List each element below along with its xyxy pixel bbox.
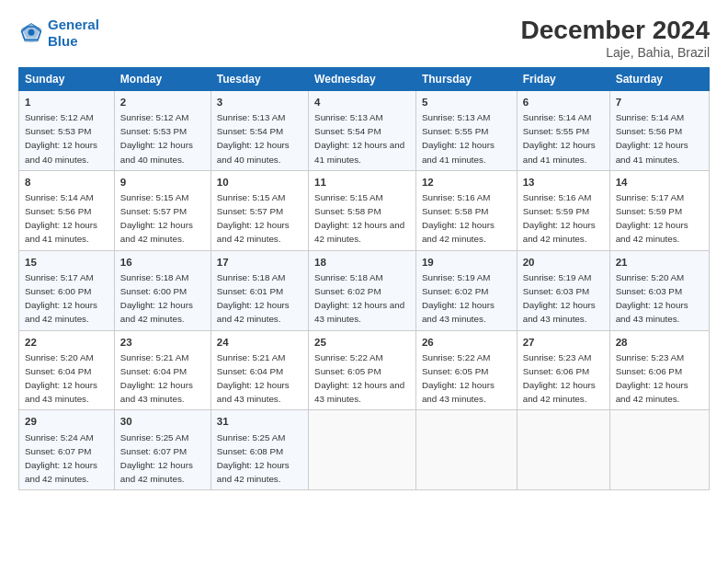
day-number: 4 [314,95,410,109]
table-cell: 29 Sunrise: 5:24 AMSunset: 6:07 PMDaylig… [19,410,115,490]
table-cell: 23 Sunrise: 5:21 AMSunset: 6:04 PMDaylig… [114,330,210,410]
table-cell: 31 Sunrise: 5:25 AMSunset: 6:08 PMDaylig… [210,410,308,490]
table-cell: 15 Sunrise: 5:17 AMSunset: 6:00 PMDaylig… [19,250,115,330]
table-cell: 25 Sunrise: 5:22 AMSunset: 6:05 PMDaylig… [309,330,416,410]
table-cell: 7 Sunrise: 5:14 AMSunset: 5:56 PMDayligh… [609,90,709,170]
table-cell [309,410,416,490]
table-cell: 17 Sunrise: 5:18 AMSunset: 6:01 PMDaylig… [210,250,308,330]
table-cell: 27 Sunrise: 5:23 AMSunset: 6:06 PMDaylig… [517,330,609,410]
table-cell: 8 Sunrise: 5:14 AMSunset: 5:56 PMDayligh… [19,170,115,250]
cell-content: Sunrise: 5:21 AMSunset: 6:04 PMDaylight:… [217,352,290,405]
col-thursday: Thursday [415,67,517,90]
cell-content: Sunrise: 5:13 AMSunset: 5:54 PMDaylight:… [314,112,404,165]
day-number: 17 [217,255,302,270]
cell-content: Sunrise: 5:13 AMSunset: 5:55 PMDaylight:… [422,112,495,165]
header: General Blue December 2024 Laje, Bahia, … [18,17,710,60]
day-number: 30 [120,414,205,429]
col-wednesday: Wednesday [309,67,416,90]
table-cell: 26 Sunrise: 5:22 AMSunset: 6:05 PMDaylig… [415,330,517,410]
day-number: 23 [120,335,205,350]
cell-content: Sunrise: 5:16 AMSunset: 5:59 PMDaylight:… [523,192,596,245]
table-cell: 3 Sunrise: 5:13 AMSunset: 5:54 PMDayligh… [210,90,308,170]
day-number: 22 [25,335,108,350]
title-block: December 2024 Laje, Bahia, Brazil [521,17,710,60]
day-number: 1 [25,95,108,109]
table-cell: 6 Sunrise: 5:14 AMSunset: 5:55 PMDayligh… [517,90,609,170]
logo-text: General Blue [48,17,99,50]
cell-content: Sunrise: 5:17 AMSunset: 6:00 PMDaylight:… [25,272,97,325]
day-number: 11 [314,175,410,190]
table-cell: 1 Sunrise: 5:12 AMSunset: 5:53 PMDayligh… [19,90,115,170]
day-number: 31 [217,414,302,429]
table-cell: 2 Sunrise: 5:12 AMSunset: 5:53 PMDayligh… [114,90,210,170]
cell-content: Sunrise: 5:15 AMSunset: 5:58 PMDaylight:… [314,192,404,245]
day-number: 27 [523,335,604,350]
day-number: 21 [616,255,703,270]
cell-content: Sunrise: 5:18 AMSunset: 6:02 PMDaylight:… [314,272,404,325]
page: General Blue December 2024 Laje, Bahia, … [0,0,728,563]
table-cell: 9 Sunrise: 5:15 AMSunset: 5:57 PMDayligh… [114,170,210,250]
day-number: 15 [25,255,108,270]
table-cell: 20 Sunrise: 5:19 AMSunset: 6:03 PMDaylig… [517,250,609,330]
logo-line2: Blue [48,33,78,49]
logo-line1: General [48,17,99,32]
day-number: 7 [616,95,703,109]
cell-content: Sunrise: 5:20 AMSunset: 6:03 PMDaylight:… [616,272,688,325]
day-number: 6 [523,95,604,109]
day-number: 3 [217,95,302,109]
cell-content: Sunrise: 5:18 AMSunset: 6:00 PMDaylight:… [120,272,193,325]
day-number: 24 [217,335,302,350]
calendar-body: 1 Sunrise: 5:12 AMSunset: 5:53 PMDayligh… [19,90,710,490]
cell-content: Sunrise: 5:18 AMSunset: 6:01 PMDaylight:… [217,272,290,325]
table-row: 22 Sunrise: 5:20 AMSunset: 6:04 PMDaylig… [19,330,710,410]
col-tuesday: Tuesday [210,67,308,90]
sub-title: Laje, Bahia, Brazil [521,45,710,60]
table-cell: 24 Sunrise: 5:21 AMSunset: 6:04 PMDaylig… [210,330,308,410]
calendar-table: Sunday Monday Tuesday Wednesday Thursday… [18,67,710,491]
cell-content: Sunrise: 5:23 AMSunset: 6:06 PMDaylight:… [616,352,688,405]
day-number: 20 [523,255,604,270]
col-monday: Monday [114,67,210,90]
logo-icon [18,20,44,46]
table-cell: 13 Sunrise: 5:16 AMSunset: 5:59 PMDaylig… [517,170,609,250]
table-cell: 14 Sunrise: 5:17 AMSunset: 5:59 PMDaylig… [609,170,709,250]
table-cell: 21 Sunrise: 5:20 AMSunset: 6:03 PMDaylig… [609,250,709,330]
cell-content: Sunrise: 5:13 AMSunset: 5:54 PMDaylight:… [217,112,290,165]
table-row: 1 Sunrise: 5:12 AMSunset: 5:53 PMDayligh… [19,90,710,170]
svg-point-3 [28,29,35,36]
cell-content: Sunrise: 5:21 AMSunset: 6:04 PMDaylight:… [120,352,193,405]
table-cell [517,410,609,490]
day-number: 25 [314,335,410,350]
day-number: 10 [217,175,302,190]
day-number: 2 [120,95,205,109]
day-number: 14 [616,175,703,190]
cell-content: Sunrise: 5:19 AMSunset: 6:02 PMDaylight:… [422,272,495,325]
cell-content: Sunrise: 5:12 AMSunset: 5:53 PMDaylight:… [25,112,97,165]
logo: General Blue [18,17,99,50]
cell-content: Sunrise: 5:20 AMSunset: 6:04 PMDaylight:… [25,352,97,405]
cell-content: Sunrise: 5:16 AMSunset: 5:58 PMDaylight:… [422,192,495,245]
day-number: 28 [616,335,703,350]
table-row: 8 Sunrise: 5:14 AMSunset: 5:56 PMDayligh… [19,170,710,250]
day-number: 26 [422,335,511,350]
table-cell: 5 Sunrise: 5:13 AMSunset: 5:55 PMDayligh… [415,90,517,170]
table-cell: 12 Sunrise: 5:16 AMSunset: 5:58 PMDaylig… [415,170,517,250]
cell-content: Sunrise: 5:15 AMSunset: 5:57 PMDaylight:… [217,192,290,245]
day-number: 5 [422,95,511,109]
cell-content: Sunrise: 5:24 AMSunset: 6:07 PMDaylight:… [25,432,97,485]
table-row: 29 Sunrise: 5:24 AMSunset: 6:07 PMDaylig… [19,410,710,490]
table-cell: 19 Sunrise: 5:19 AMSunset: 6:02 PMDaylig… [415,250,517,330]
col-sunday: Sunday [19,67,115,90]
day-number: 12 [422,175,511,190]
table-cell: 28 Sunrise: 5:23 AMSunset: 6:06 PMDaylig… [609,330,709,410]
day-number: 18 [314,255,410,270]
cell-content: Sunrise: 5:25 AMSunset: 6:08 PMDaylight:… [217,432,290,485]
cell-content: Sunrise: 5:22 AMSunset: 6:05 PMDaylight:… [314,352,404,405]
table-cell: 4 Sunrise: 5:13 AMSunset: 5:54 PMDayligh… [309,90,416,170]
day-number: 9 [120,175,205,190]
col-friday: Friday [517,67,609,90]
calendar-header: Sunday Monday Tuesday Wednesday Thursday… [19,67,710,90]
day-number: 19 [422,255,511,270]
table-cell: 16 Sunrise: 5:18 AMSunset: 6:00 PMDaylig… [114,250,210,330]
header-row: Sunday Monday Tuesday Wednesday Thursday… [19,67,710,90]
